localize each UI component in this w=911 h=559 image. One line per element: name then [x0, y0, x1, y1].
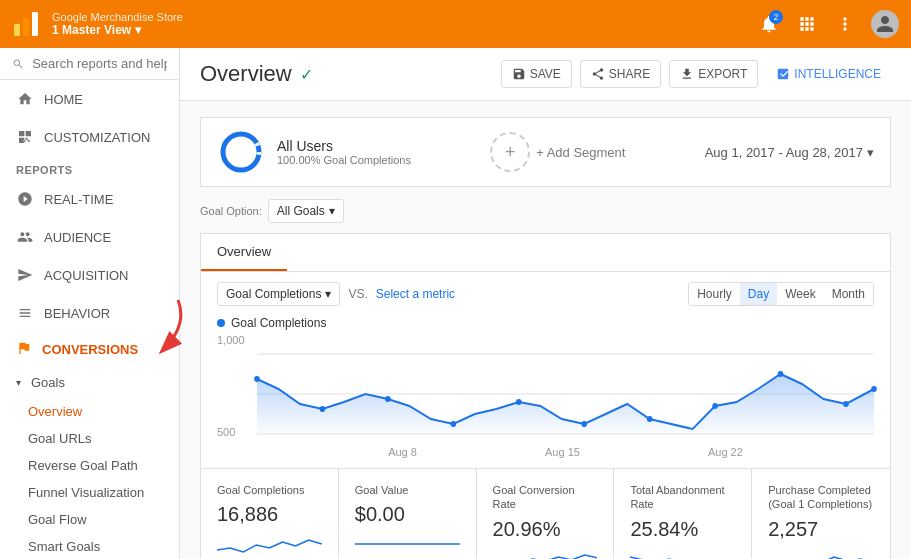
- share-label: SHARE: [609, 67, 650, 81]
- add-segment[interactable]: + + Add Segment: [490, 132, 625, 172]
- behavior-icon: [16, 304, 34, 322]
- x-label-aug22: Aug 22: [708, 446, 743, 458]
- svg-point-8: [254, 376, 260, 382]
- verified-check: ✓: [300, 65, 313, 84]
- all-users-segment: All Users 100.00% Goal Completions: [217, 128, 411, 176]
- metric-label: Goal Completions: [226, 287, 321, 301]
- sidebar-item-goal-urls[interactable]: Goal URLs: [0, 425, 179, 452]
- chart-legend: Goal Completions: [217, 316, 874, 330]
- realtime-icon: [16, 190, 34, 208]
- stat-title-1: Goal Value: [355, 483, 460, 497]
- time-hourly[interactable]: Hourly: [689, 283, 740, 305]
- svg-point-18: [871, 386, 877, 392]
- sidebar-item-overview[interactable]: Overview: [0, 398, 179, 425]
- segment-bar: All Users 100.00% Goal Completions + + A…: [200, 117, 891, 187]
- segment-sub: 100.00% Goal Completions: [277, 154, 411, 166]
- stat-abandonment-rate: Total Abandonment Rate 25.84%: [614, 469, 752, 559]
- sidebar-item-funnel-viz[interactable]: Funnel Visualization: [0, 479, 179, 506]
- goal-dropdown[interactable]: All Goals ▾: [268, 199, 344, 223]
- sidebar-item-reverse-goal-path[interactable]: Reverse Goal Path: [0, 452, 179, 479]
- sidebar-item-acquisition[interactable]: ACQUISITION: [0, 256, 179, 294]
- save-button[interactable]: SAVE: [501, 60, 572, 88]
- svg-point-12: [516, 399, 522, 405]
- intelligence-icon: [776, 67, 790, 81]
- add-segment-label: + Add Segment: [536, 145, 625, 160]
- time-month[interactable]: Month: [824, 283, 873, 305]
- stat-goal-completions: Goal Completions 16,886: [201, 469, 339, 559]
- goal-option-container: Goal Option: All Goals ▾: [200, 199, 891, 223]
- intelligence-button[interactable]: INTELLIGENCE: [766, 61, 891, 87]
- user-avatar[interactable]: [871, 10, 899, 38]
- home-icon: [16, 90, 34, 108]
- sidebar-item-conversions[interactable]: CONVERSIONS: [0, 332, 179, 367]
- stat-conversion-rate: Goal Conversion Rate 20.96%: [477, 469, 615, 559]
- sidebar-item-goal-flow[interactable]: Goal Flow: [0, 506, 179, 533]
- page-title-container: Overview ✓: [200, 61, 313, 87]
- goals-expandable[interactable]: ▾ Goals: [0, 367, 179, 398]
- conversions-icon: [16, 340, 32, 359]
- sidebar-item-smart-goals[interactable]: Smart Goals: [0, 533, 179, 559]
- metric-dropdown[interactable]: Goal Completions ▾: [217, 282, 340, 306]
- sparkline-3: [630, 545, 735, 559]
- stat-title-2: Goal Conversion Rate: [493, 483, 598, 512]
- more-options[interactable]: [833, 12, 857, 36]
- goals-expand-arrow: ▾: [16, 377, 21, 388]
- svg-point-9: [320, 406, 326, 412]
- date-range-selector[interactable]: Aug 1, 2017 - Aug 28, 2017 ▾: [705, 145, 874, 160]
- sidebar-item-home[interactable]: HOME: [0, 80, 179, 118]
- svg-point-3: [223, 134, 259, 170]
- stats-row-1: Goal Completions 16,886 Goal Value $0.00: [201, 468, 890, 559]
- svg-rect-1: [23, 18, 29, 36]
- sidebar-item-customization[interactable]: CUSTOMIZATION: [0, 118, 179, 156]
- share-icon: [591, 67, 605, 81]
- date-range-dropdown-icon: ▾: [867, 145, 874, 160]
- home-label: HOME: [44, 92, 83, 107]
- view-dropdown-icon: ▾: [135, 23, 141, 37]
- topbar-actions: 2: [757, 10, 899, 38]
- account-info: Google Merchandise Store 1 Master View ▾: [52, 11, 757, 37]
- sidebar-item-audience[interactable]: AUDIENCE: [0, 218, 179, 256]
- segment-info: All Users 100.00% Goal Completions: [277, 138, 411, 166]
- svg-point-16: [778, 371, 784, 377]
- view-selector[interactable]: 1 Master View ▾: [52, 23, 757, 37]
- customization-label: CUSTOMIZATION: [44, 130, 150, 145]
- svg-point-11: [451, 421, 457, 427]
- acquisition-icon: [16, 266, 34, 284]
- select-metric[interactable]: Select a metric: [376, 287, 455, 301]
- acquisition-label: ACQUISITION: [44, 268, 129, 283]
- content-body: All Users 100.00% Goal Completions + + A…: [180, 101, 911, 559]
- intelligence-label: INTELLIGENCE: [794, 67, 881, 81]
- sparkline-2: [493, 545, 598, 559]
- segment-name: All Users: [277, 138, 411, 154]
- goal-dropdown-selected: All Goals: [277, 204, 325, 218]
- sparkline-4: [768, 545, 874, 559]
- stat-value-2: 20.96%: [493, 518, 598, 541]
- search-container[interactable]: [0, 48, 179, 80]
- main-layout: HOME CUSTOMIZATION Reports REAL-TIME AUD…: [0, 48, 911, 559]
- x-axis: . Aug 8 Aug 15 Aug 22 .: [257, 444, 874, 458]
- sidebar-item-realtime[interactable]: REAL-TIME: [0, 180, 179, 218]
- svg-rect-2: [32, 12, 38, 36]
- share-button[interactable]: SHARE: [580, 60, 661, 88]
- save-icon: [512, 67, 526, 81]
- search-input[interactable]: [32, 56, 167, 71]
- sidebar-item-behavior[interactable]: BEHAVIOR: [0, 294, 179, 332]
- goal-option-label: Goal Option:: [200, 205, 262, 217]
- export-button[interactable]: EXPORT: [669, 60, 758, 88]
- conversions-label: CONVERSIONS: [42, 342, 138, 357]
- stat-title-3: Total Abandonment Rate: [630, 483, 735, 512]
- topbar: Google Merchandise Store 1 Master View ▾…: [0, 0, 911, 48]
- segment-donut-chart: [217, 128, 265, 176]
- metric-dropdown-arrow: ▾: [325, 287, 331, 301]
- stat-purchase-completed: Purchase Completed (Goal 1 Completions) …: [752, 469, 890, 559]
- notification-bell[interactable]: 2: [757, 12, 781, 36]
- stat-value-0: 16,886: [217, 503, 322, 526]
- time-buttons: Hourly Day Week Month: [688, 282, 874, 306]
- apps-grid[interactable]: [795, 12, 819, 36]
- time-week[interactable]: Week: [777, 283, 823, 305]
- behavior-label: BEHAVIOR: [44, 306, 110, 321]
- time-day[interactable]: Day: [740, 283, 777, 305]
- overview-tab[interactable]: Overview: [201, 234, 287, 271]
- goal-dropdown-icon: ▾: [329, 204, 335, 218]
- stat-value-3: 25.84%: [630, 518, 735, 541]
